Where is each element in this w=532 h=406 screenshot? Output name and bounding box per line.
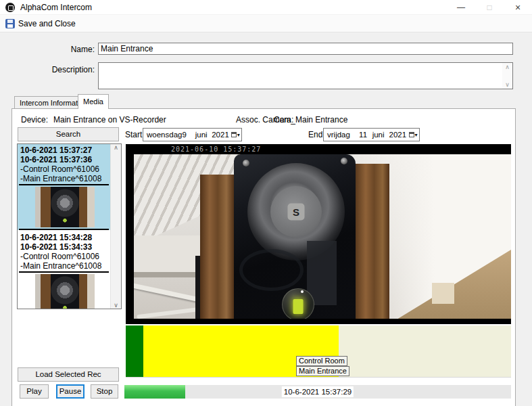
timeline-recorded-segment[interactable]	[126, 325, 143, 377]
speaker-logo: S	[288, 204, 305, 221]
timeline[interactable]: Control Room Main Entrance	[126, 325, 511, 378]
doorbell-sphere	[282, 288, 314, 319]
save-and-close-label: Save and Close	[18, 19, 76, 28]
recording-party: -Control Room^61006	[18, 252, 110, 261]
recording-item-1[interactable]: 10-6-2021 15:37:27 10-6-2021 15:37:36 -C…	[18, 144, 110, 230]
item-separator	[19, 229, 109, 230]
stop-button[interactable]: Stop	[91, 384, 118, 399]
timeline-tooltip: Control Room Main Entrance	[296, 356, 349, 376]
assoc-camera-value: Cam_Main Entrance	[274, 115, 347, 125]
description-scrollbar[interactable]: ∧ ∨	[502, 63, 512, 89]
end-date-dropdown-button[interactable]: ▾	[407, 129, 419, 141]
recording-end-time: 10-6-2021 15:34:33	[18, 242, 110, 252]
desk	[134, 235, 201, 277]
progress-timestamp: 10-6-2021 15:37:29	[282, 386, 354, 397]
start-day: 9	[182, 131, 195, 139]
cable-reflection	[239, 249, 304, 291]
progress-fill	[124, 385, 185, 399]
floppy-disk-icon	[5, 19, 15, 28]
wood-side-panel-left	[200, 175, 234, 319]
item-separator	[19, 271, 109, 273]
description-label: Description:	[27, 65, 95, 74]
camera-scene: S	[134, 154, 511, 319]
end-label: End	[308, 130, 322, 139]
cabinet	[432, 283, 454, 304]
scroll-down-icon[interactable]: ∨	[114, 302, 118, 309]
video-panel: 2021-06-10 15:37:27 S	[126, 144, 511, 324]
scroll-up-icon[interactable]: ∧	[114, 144, 118, 151]
start-month: juni	[195, 131, 212, 139]
tooltip-row: Control Room	[296, 356, 347, 366]
end-month: juni	[372, 131, 389, 139]
save-and-close-button[interactable]: Save and Close	[2, 17, 79, 30]
green-glow	[293, 299, 304, 314]
start-date-dropdown-button[interactable]: ▾	[229, 129, 241, 141]
video-timestamp-overlay: 2021-06-10 15:37:27	[171, 145, 261, 153]
item-separator	[19, 184, 109, 185]
device-label: Device:	[21, 115, 48, 125]
window-title: AlphaCom Intercom	[20, 3, 92, 12]
calendar-icon	[409, 132, 414, 137]
titlebar: AlphaCom Intercom — □ ×	[0, 0, 532, 15]
app-icon	[5, 3, 15, 12]
name-input[interactable]	[98, 43, 513, 55]
end-date-picker[interactable]: vrijdag 11 juni 2021 ▾	[323, 128, 420, 141]
chevron-down-icon: ▾	[237, 132, 240, 138]
minimize-button[interactable]: —	[447, 0, 475, 15]
media-tab-page: Device: Main Entrance on VS-Recorder Ass…	[11, 108, 516, 406]
recordings-list: 10-6-2021 15:37:27 10-6-2021 15:37:36 -C…	[17, 143, 122, 309]
recording-party: -Control Room^61006	[18, 164, 110, 174]
recording-start-time: 10-6-2021 15:34:28	[18, 233, 110, 242]
scroll-up-icon[interactable]: ∧	[505, 63, 510, 71]
end-day: 11	[359, 131, 372, 139]
play-button[interactable]: Play	[20, 384, 49, 399]
start-label: Start	[125, 130, 142, 139]
progress-bar[interactable]: 10-6-2021 15:37:29	[124, 385, 511, 399]
search-button[interactable]: Search	[18, 127, 119, 141]
load-selected-rec-button[interactable]: Load Selected Rec	[18, 367, 119, 382]
description-box[interactable]: ∧ ∨	[98, 62, 513, 89]
device-value: Main Entrance on VS-Recorder	[53, 115, 166, 125]
screw	[341, 158, 347, 164]
recording-party: -Main Entrance^61008	[18, 174, 110, 183]
start-year: 2021	[212, 131, 229, 139]
scroll-down-icon[interactable]: ∨	[505, 81, 510, 89]
list-scrollbar[interactable]: ∧ ∨	[110, 144, 121, 309]
tooltip-row: Main Entrance	[296, 366, 349, 376]
recording-end-time: 10-6-2021 15:37:36	[18, 155, 110, 164]
intercom-front-panel: S	[234, 154, 356, 319]
start-weekday: woensdag	[143, 131, 182, 139]
close-button[interactable]: ×	[504, 0, 532, 15]
calendar-icon	[231, 132, 237, 137]
recording-party: -Main Entrance^61008	[18, 261, 110, 271]
name-label: Name:	[27, 45, 95, 54]
toolbar: Save and Close	[0, 15, 532, 32]
end-weekday: vrijdag	[324, 131, 359, 139]
start-date-picker[interactable]: woensdag 9 juni 2021 ▾	[143, 128, 242, 141]
chevron-down-icon: ▾	[415, 132, 418, 138]
pause-button[interactable]: Pause	[56, 384, 84, 399]
tab-media[interactable]: Media	[78, 94, 109, 109]
highlight-dot	[301, 290, 304, 293]
recording-start-time: 10-6-2021 15:37:27	[18, 145, 110, 155]
end-year: 2021	[389, 131, 408, 139]
maximize-button[interactable]: □	[475, 0, 504, 15]
recording-thumbnail	[35, 187, 95, 227]
recording-thumbnail	[35, 274, 95, 309]
recording-item-2[interactable]: 10-6-2021 15:34:28 10-6-2021 15:34:33 -C…	[18, 231, 110, 309]
screw	[243, 160, 249, 166]
wood-side-panel-right	[356, 164, 389, 319]
